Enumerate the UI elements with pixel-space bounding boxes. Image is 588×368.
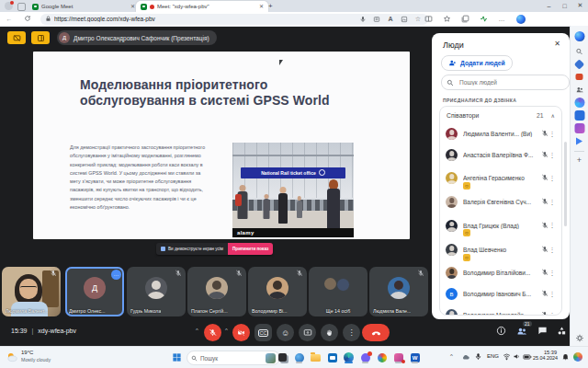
wifi-icon[interactable]: [503, 352, 511, 362]
outlook-icon[interactable]: [574, 110, 584, 121]
people-search[interactable]: [441, 75, 570, 90]
participant-row[interactable]: Володимир Миколайо... ⋮: [440, 305, 561, 316]
address-bar[interactable]: https://meet.google.com/xdy-wfea-pbv A ☆: [40, 14, 428, 25]
image-search-icon[interactable]: [399, 14, 410, 25]
leave-call-button[interactable]: [362, 324, 390, 341]
new-tab-button[interactable]: +: [268, 2, 273, 10]
add-people-button[interactable]: Додати людей: [441, 55, 513, 71]
overflow-tile[interactable]: Ще 14 осіб: [309, 267, 368, 316]
start-button[interactable]: [170, 351, 184, 364]
settings-more-icon[interactable]: …: [496, 13, 507, 24]
video-tile-self[interactable]: Людмила Валент...: [2, 267, 61, 316]
split-screen-icon[interactable]: [423, 13, 434, 24]
game-pass-icon[interactable]: [574, 123, 584, 133]
battery-icon[interactable]: [523, 353, 532, 362]
participant-row[interactable]: Влад Грицюк (Влад) ☺ ⋮: [440, 213, 561, 237]
camera-button-off[interactable]: [232, 324, 250, 341]
participant-menu-icon[interactable]: ⋮: [548, 199, 556, 206]
participant-row[interactable]: Володимир Віталійови... ⋮: [440, 262, 561, 283]
window-minimize-button[interactable]: –: [541, 0, 557, 11]
file-explorer-icon[interactable]: [309, 351, 322, 364]
collapse-chevron-icon[interactable]: ∧: [551, 112, 555, 119]
tray-clock[interactable]: 15:39 25.04.2024: [533, 350, 557, 361]
volume-icon[interactable]: [513, 352, 521, 362]
tab-close-icon[interactable]: ✕: [259, 4, 264, 9]
tools-bag-icon[interactable]: [574, 72, 584, 82]
copilot-icon[interactable]: [574, 31, 584, 41]
panel-close-icon[interactable]: ✕: [554, 40, 560, 48]
presenter-chip[interactable]: Д Дмитро Олександрович Сафончик (Презент…: [57, 30, 217, 45]
participant-row[interactable]: В Володимир Іванович Б... ⋮: [440, 283, 561, 305]
present-button[interactable]: [299, 324, 316, 341]
meeting-details-button[interactable]: [496, 326, 506, 337]
video-tile[interactable]: Володимир Ві...: [248, 267, 307, 316]
browser-profile-avatar[interactable]: [5, 2, 13, 10]
participant-menu-icon[interactable]: ⋮: [548, 291, 556, 298]
contributors-header[interactable]: Співавтори 21 ∧: [440, 107, 561, 123]
voice-search-icon[interactable]: [357, 14, 368, 25]
participant-menu-icon[interactable]: ⋮: [548, 247, 556, 254]
microsoft-store-icon[interactable]: [325, 351, 339, 364]
mic-options-chevron[interactable]: ^: [196, 328, 198, 333]
refresh-icon[interactable]: [22, 13, 33, 24]
designer-icon[interactable]: [574, 98, 584, 108]
participant-row[interactable]: Анастасія Валеріївна Ф... ⋮: [440, 144, 561, 166]
copilot-icon[interactable]: [516, 15, 526, 24]
raise-hand-button[interactable]: [321, 324, 338, 341]
sidebar-settings-gear-icon[interactable]: [574, 333, 584, 343]
workspaces-icon[interactable]: [17, 3, 26, 11]
bird-app-icon[interactable]: [574, 136, 584, 146]
amber-alert-button-mic[interactable]: [7, 31, 26, 44]
browser-essentials-icon[interactable]: [478, 13, 489, 24]
participant-row[interactable]: Людмила Валенти... (Ви) ⋮: [440, 123, 561, 144]
weather-widget[interactable]: [6, 351, 18, 364]
video-tile-presenter[interactable]: Д … Дмитро Олекс...: [65, 267, 124, 316]
photos-app-icon[interactable]: [375, 351, 389, 364]
viber-icon[interactable]: [358, 351, 372, 364]
video-tile[interactable]: Гудзь Микола: [127, 267, 186, 316]
immersive-reader-icon[interactable]: [371, 14, 382, 25]
shopping-tag-icon[interactable]: [574, 59, 584, 69]
camera-options-chevron[interactable]: ^: [225, 328, 228, 333]
back-icon[interactable]: ←: [4, 13, 15, 24]
stop-sharing-button[interactable]: Припинити показ: [228, 243, 273, 255]
people-button-active[interactable]: 21: [516, 326, 527, 338]
more-options-button[interactable]: ⋮: [343, 324, 360, 341]
tray-chevron-icon[interactable]: ^: [450, 353, 453, 359]
sidebar-search-icon[interactable]: [574, 46, 584, 56]
microphone-tray-icon[interactable]: [474, 352, 482, 362]
chat-button[interactable]: [537, 326, 548, 337]
tile-menu-icon[interactable]: …: [111, 270, 121, 280]
onedrive-tray-icon[interactable]: [461, 352, 470, 362]
window-close-button[interactable]: ✕: [572, 0, 588, 11]
mic-button-muted[interactable]: [204, 324, 221, 341]
tray-colorful-app-icon[interactable]: [573, 352, 582, 362]
collections-icon[interactable]: [459, 13, 470, 24]
round-blue-app-icon[interactable]: [292, 351, 306, 364]
favorites-icon[interactable]: [441, 13, 452, 24]
window-maximize-button[interactable]: □: [557, 0, 572, 11]
captions-button[interactable]: CC: [254, 324, 272, 341]
participant-menu-icon[interactable]: ⋮: [548, 175, 556, 182]
tab-google-meet[interactable]: Google Meet ✕: [28, 1, 140, 12]
language-indicator[interactable]: ENG: [487, 353, 499, 359]
amber-alert-button-panel[interactable]: [31, 31, 50, 44]
edge-browser-icon[interactable]: [342, 351, 356, 364]
people-search-input[interactable]: [458, 78, 553, 86]
video-tile[interactable]: Платон Сергій...: [187, 267, 246, 316]
sidebar-add-icon[interactable]: +: [574, 155, 584, 165]
social-app-icon[interactable]: [391, 351, 405, 364]
activities-button[interactable]: [557, 326, 567, 337]
panel-scrollbar[interactable]: [564, 142, 567, 226]
read-aloud-icon[interactable]: A: [385, 14, 396, 25]
participant-row[interactable]: Ангеліна Герасименко ☺ ⋮: [440, 166, 561, 190]
word-icon[interactable]: W: [408, 351, 422, 364]
notifications-bell-icon[interactable]: [561, 352, 570, 362]
participant-menu-icon[interactable]: ⋮: [548, 222, 556, 229]
task-view-icon[interactable]: [276, 351, 289, 364]
taskbar-search[interactable]: Пошук: [187, 351, 280, 365]
participant-menu-icon[interactable]: ⋮: [548, 131, 556, 138]
tab-close-icon[interactable]: ✕: [130, 4, 135, 9]
participant-menu-icon[interactable]: ⋮: [548, 270, 556, 277]
participant-row[interactable]: Валерія Євгенівна Суч... ⋮: [440, 190, 561, 213]
